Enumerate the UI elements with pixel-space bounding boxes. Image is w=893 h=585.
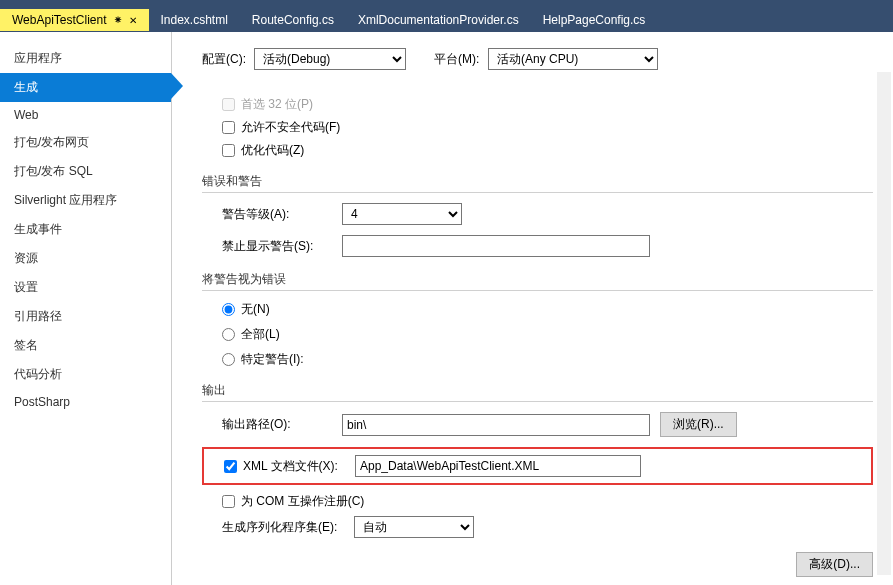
tab-label: RouteConfig.cs: [252, 13, 334, 27]
platform-select[interactable]: 活动(Any CPU): [488, 48, 658, 70]
sidebar-item-web[interactable]: Web: [0, 102, 171, 128]
sidebar-item-refpaths[interactable]: 引用路径: [0, 302, 171, 331]
sidebar-item-build[interactable]: 生成: [0, 73, 171, 102]
com-label: 为 COM 互操作注册(C): [241, 493, 364, 510]
sidebar-item-package-web[interactable]: 打包/发布网页: [0, 128, 171, 157]
treat-specific-label: 特定警告(I):: [241, 351, 304, 368]
output-section-title: 输出: [202, 382, 873, 402]
warnlevel-label: 警告等级(A):: [222, 206, 342, 223]
treat-specific-radio[interactable]: [222, 353, 235, 366]
tab-label: WebApiTestClient: [12, 13, 107, 27]
outpath-input[interactable]: [342, 414, 650, 436]
prefer32-checkbox: [222, 98, 235, 111]
tab-helppageconfig[interactable]: HelpPageConfig.cs: [531, 9, 658, 31]
serial-select[interactable]: 自动: [354, 516, 474, 538]
outpath-label: 输出路径(O):: [222, 416, 342, 433]
xml-doc-highlight: XML 文档文件(X):: [202, 447, 873, 485]
optimize-checkbox[interactable]: [222, 144, 235, 157]
browse-button[interactable]: 浏览(R)...: [660, 412, 737, 437]
com-checkbox[interactable]: [222, 495, 235, 508]
treat-all-label: 全部(L): [241, 326, 280, 343]
xmldoc-checkbox[interactable]: [224, 460, 237, 473]
sidebar-item-codeanalysis[interactable]: 代码分析: [0, 360, 171, 389]
sidebar-item-settings[interactable]: 设置: [0, 273, 171, 302]
property-sidebar: 应用程序 生成 Web 打包/发布网页 打包/发布 SQL Silverligh…: [0, 32, 172, 585]
tab-index-cshtml[interactable]: Index.cshtml: [149, 9, 240, 31]
tab-label: XmlDocumentationProvider.cs: [358, 13, 519, 27]
platform-label: 平台(M):: [434, 51, 488, 68]
suppress-label: 禁止显示警告(S):: [222, 238, 342, 255]
xmldoc-input[interactable]: [355, 455, 641, 477]
sidebar-item-signing[interactable]: 签名: [0, 331, 171, 360]
sidebar-item-postsharp[interactable]: PostSharp: [0, 389, 171, 415]
prefer32-label: 首选 32 位(P): [241, 96, 313, 113]
sidebar-item-resources[interactable]: 资源: [0, 244, 171, 273]
tab-label: HelpPageConfig.cs: [543, 13, 646, 27]
pin-icon[interactable]: ⁕: [113, 13, 123, 27]
errors-section-title: 错误和警告: [202, 173, 873, 193]
unsafe-checkbox[interactable]: [222, 121, 235, 134]
treat-none-radio[interactable]: [222, 303, 235, 316]
sidebar-item-build-events[interactable]: 生成事件: [0, 215, 171, 244]
treat-all-radio[interactable]: [222, 328, 235, 341]
config-label: 配置(C):: [202, 51, 254, 68]
serial-label: 生成序列化程序集(E):: [222, 519, 354, 536]
close-icon[interactable]: ✕: [129, 15, 137, 26]
title-bar-strip: [0, 0, 893, 8]
treat-none-label: 无(N): [241, 301, 270, 318]
suppress-input[interactable]: [342, 235, 650, 257]
tab-label: Index.cshtml: [161, 13, 228, 27]
document-tabs: WebApiTestClient ⁕ ✕ Index.cshtml RouteC…: [0, 8, 893, 32]
sidebar-item-app[interactable]: 应用程序: [0, 44, 171, 73]
sidebar-item-package-sql[interactable]: 打包/发布 SQL: [0, 157, 171, 186]
content-pane: 配置(C): 活动(Debug) 平台(M): 活动(Any CPU) 首选 3…: [172, 32, 893, 585]
unsafe-label: 允许不安全代码(F): [241, 119, 340, 136]
tab-webapitestclient[interactable]: WebApiTestClient ⁕ ✕: [0, 9, 149, 31]
warnlevel-select[interactable]: 4: [342, 203, 462, 225]
vertical-scrollbar[interactable]: [877, 72, 891, 575]
sidebar-item-silverlight[interactable]: Silverlight 应用程序: [0, 186, 171, 215]
tab-xmldocprovider[interactable]: XmlDocumentationProvider.cs: [346, 9, 531, 31]
treat-section-title: 将警告视为错误: [202, 271, 873, 291]
optimize-label: 优化代码(Z): [241, 142, 304, 159]
config-select[interactable]: 活动(Debug): [254, 48, 406, 70]
tab-routeconfig[interactable]: RouteConfig.cs: [240, 9, 346, 31]
xmldoc-label: XML 文档文件(X):: [243, 458, 349, 475]
advanced-button[interactable]: 高级(D)...: [796, 552, 873, 577]
